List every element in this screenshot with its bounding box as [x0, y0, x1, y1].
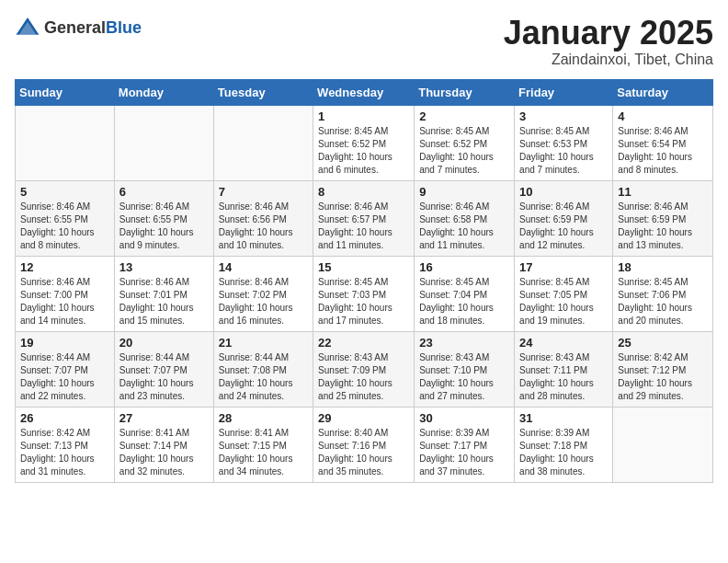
calendar-cell: 31Sunrise: 8:39 AM Sunset: 7:18 PM Dayli… [515, 407, 613, 482]
weekday-saturday: Saturday [613, 79, 713, 105]
calendar-cell [213, 105, 313, 180]
day-info: Sunrise: 8:43 AM Sunset: 7:11 PM Dayligh… [519, 351, 608, 403]
calendar-week-3: 12Sunrise: 8:46 AM Sunset: 7:00 PM Dayli… [16, 256, 713, 331]
logo-icon [15, 15, 40, 40]
day-info: Sunrise: 8:46 AM Sunset: 7:01 PM Dayligh… [119, 276, 209, 327]
day-number: 9 [419, 185, 509, 199]
calendar-body: 1Sunrise: 8:45 AM Sunset: 6:52 PM Daylig… [16, 105, 713, 482]
day-info: Sunrise: 8:46 AM Sunset: 7:00 PM Dayligh… [20, 276, 109, 327]
day-info: Sunrise: 8:45 AM Sunset: 7:04 PM Dayligh… [419, 276, 509, 327]
day-number: 22 [318, 336, 409, 350]
day-number: 16 [419, 260, 509, 274]
day-number: 3 [519, 109, 608, 123]
day-number: 26 [20, 411, 109, 425]
day-number: 12 [20, 260, 109, 274]
day-info: Sunrise: 8:44 AM Sunset: 7:08 PM Dayligh… [219, 351, 308, 403]
logo-general: General [44, 18, 106, 37]
calendar-cell: 21Sunrise: 8:44 AM Sunset: 7:08 PM Dayli… [213, 331, 313, 407]
calendar-cell: 1Sunrise: 8:45 AM Sunset: 6:52 PM Daylig… [313, 105, 415, 180]
weekday-thursday: Thursday [415, 79, 515, 105]
calendar-cell: 3Sunrise: 8:45 AM Sunset: 6:53 PM Daylig… [515, 105, 613, 180]
day-info: Sunrise: 8:45 AM Sunset: 7:05 PM Dayligh… [519, 276, 608, 327]
day-info: Sunrise: 8:39 AM Sunset: 7:18 PM Dayligh… [519, 427, 608, 478]
day-info: Sunrise: 8:46 AM Sunset: 6:55 PM Dayligh… [119, 201, 209, 252]
day-info: Sunrise: 8:46 AM Sunset: 6:55 PM Dayligh… [20, 201, 109, 252]
day-number: 14 [219, 260, 308, 274]
calendar-cell: 20Sunrise: 8:44 AM Sunset: 7:07 PM Dayli… [114, 331, 213, 407]
calendar-cell: 10Sunrise: 8:46 AM Sunset: 6:59 PM Dayli… [515, 180, 613, 256]
calendar-cell: 6Sunrise: 8:46 AM Sunset: 6:55 PM Daylig… [114, 180, 213, 256]
calendar-cell: 9Sunrise: 8:46 AM Sunset: 6:58 PM Daylig… [415, 180, 515, 256]
day-info: Sunrise: 8:46 AM Sunset: 6:54 PM Dayligh… [618, 125, 708, 177]
weekday-friday: Friday [515, 79, 613, 105]
day-number: 20 [119, 336, 209, 350]
calendar-cell: 12Sunrise: 8:46 AM Sunset: 7:00 PM Dayli… [16, 256, 115, 331]
calendar-cell: 4Sunrise: 8:46 AM Sunset: 6:54 PM Daylig… [613, 105, 713, 180]
day-info: Sunrise: 8:46 AM Sunset: 6:59 PM Dayligh… [618, 201, 708, 252]
day-info: Sunrise: 8:45 AM Sunset: 6:52 PM Dayligh… [318, 125, 409, 177]
calendar-table: SundayMondayTuesdayWednesdayThursdayFrid… [15, 79, 713, 483]
day-number: 15 [318, 260, 409, 274]
day-info: Sunrise: 8:43 AM Sunset: 7:10 PM Dayligh… [419, 351, 509, 403]
day-number: 13 [119, 260, 209, 274]
calendar-cell: 27Sunrise: 8:41 AM Sunset: 7:14 PM Dayli… [114, 407, 213, 482]
calendar-cell [613, 407, 713, 482]
calendar-cell: 26Sunrise: 8:42 AM Sunset: 7:13 PM Dayli… [16, 407, 115, 482]
day-info: Sunrise: 8:45 AM Sunset: 6:53 PM Dayligh… [519, 125, 608, 177]
page-header: GeneralBlue January 2025 Zaindainxoi, Ti… [15, 15, 713, 68]
day-number: 7 [219, 185, 308, 199]
calendar-cell: 18Sunrise: 8:45 AM Sunset: 7:06 PM Dayli… [613, 256, 713, 331]
calendar-week-1: 1Sunrise: 8:45 AM Sunset: 6:52 PM Daylig… [16, 105, 713, 180]
day-number: 4 [618, 109, 708, 123]
day-info: Sunrise: 8:46 AM Sunset: 6:57 PM Dayligh… [318, 201, 409, 252]
calendar-cell: 2Sunrise: 8:45 AM Sunset: 6:52 PM Daylig… [415, 105, 515, 180]
day-info: Sunrise: 8:44 AM Sunset: 7:07 PM Dayligh… [20, 351, 109, 403]
day-info: Sunrise: 8:45 AM Sunset: 7:03 PM Dayligh… [318, 276, 409, 327]
day-info: Sunrise: 8:43 AM Sunset: 7:09 PM Dayligh… [318, 351, 409, 403]
day-number: 19 [20, 336, 109, 350]
day-info: Sunrise: 8:45 AM Sunset: 7:06 PM Dayligh… [618, 276, 708, 327]
day-number: 21 [219, 336, 308, 350]
calendar-cell: 19Sunrise: 8:44 AM Sunset: 7:07 PM Dayli… [16, 331, 115, 407]
calendar-cell: 13Sunrise: 8:46 AM Sunset: 7:01 PM Dayli… [114, 256, 213, 331]
calendar-cell: 23Sunrise: 8:43 AM Sunset: 7:10 PM Dayli… [415, 331, 515, 407]
day-info: Sunrise: 8:46 AM Sunset: 6:56 PM Dayligh… [219, 201, 308, 252]
calendar-cell: 11Sunrise: 8:46 AM Sunset: 6:59 PM Dayli… [613, 180, 713, 256]
day-number: 24 [519, 336, 608, 350]
weekday-monday: Monday [114, 79, 213, 105]
calendar-cell: 8Sunrise: 8:46 AM Sunset: 6:57 PM Daylig… [313, 180, 415, 256]
calendar-cell: 24Sunrise: 8:43 AM Sunset: 7:11 PM Dayli… [515, 331, 613, 407]
day-info: Sunrise: 8:41 AM Sunset: 7:14 PM Dayligh… [119, 427, 209, 478]
day-number: 28 [219, 411, 308, 425]
weekday-wednesday: Wednesday [313, 79, 415, 105]
day-number: 18 [618, 260, 708, 274]
location: Zaindainxoi, Tibet, China [504, 52, 713, 68]
day-number: 1 [318, 109, 409, 123]
day-number: 31 [519, 411, 608, 425]
calendar-cell: 7Sunrise: 8:46 AM Sunset: 6:56 PM Daylig… [213, 180, 313, 256]
day-info: Sunrise: 8:39 AM Sunset: 7:17 PM Dayligh… [419, 427, 509, 478]
weekday-tuesday: Tuesday [213, 79, 313, 105]
day-number: 5 [20, 185, 109, 199]
calendar-cell [114, 105, 213, 180]
weekday-header-row: SundayMondayTuesdayWednesdayThursdayFrid… [16, 79, 713, 105]
day-info: Sunrise: 8:42 AM Sunset: 7:12 PM Dayligh… [618, 351, 708, 403]
day-info: Sunrise: 8:41 AM Sunset: 7:15 PM Dayligh… [219, 427, 308, 478]
calendar-cell: 29Sunrise: 8:40 AM Sunset: 7:16 PM Dayli… [313, 407, 415, 482]
calendar-cell: 14Sunrise: 8:46 AM Sunset: 7:02 PM Dayli… [213, 256, 313, 331]
day-number: 27 [119, 411, 209, 425]
day-number: 23 [419, 336, 509, 350]
day-info: Sunrise: 8:44 AM Sunset: 7:07 PM Dayligh… [119, 351, 209, 403]
day-info: Sunrise: 8:46 AM Sunset: 6:59 PM Dayligh… [519, 201, 608, 252]
title-block: January 2025 Zaindainxoi, Tibet, China [504, 15, 713, 68]
calendar-cell: 5Sunrise: 8:46 AM Sunset: 6:55 PM Daylig… [16, 180, 115, 256]
day-number: 8 [318, 185, 409, 199]
day-info: Sunrise: 8:46 AM Sunset: 7:02 PM Dayligh… [219, 276, 308, 327]
day-number: 29 [318, 411, 409, 425]
calendar-cell: 25Sunrise: 8:42 AM Sunset: 7:12 PM Dayli… [613, 331, 713, 407]
logo: GeneralBlue [15, 15, 142, 40]
day-number: 30 [419, 411, 509, 425]
month-title: January 2025 [504, 15, 713, 52]
day-info: Sunrise: 8:46 AM Sunset: 6:58 PM Dayligh… [419, 201, 509, 252]
calendar-cell: 30Sunrise: 8:39 AM Sunset: 7:17 PM Dayli… [415, 407, 515, 482]
